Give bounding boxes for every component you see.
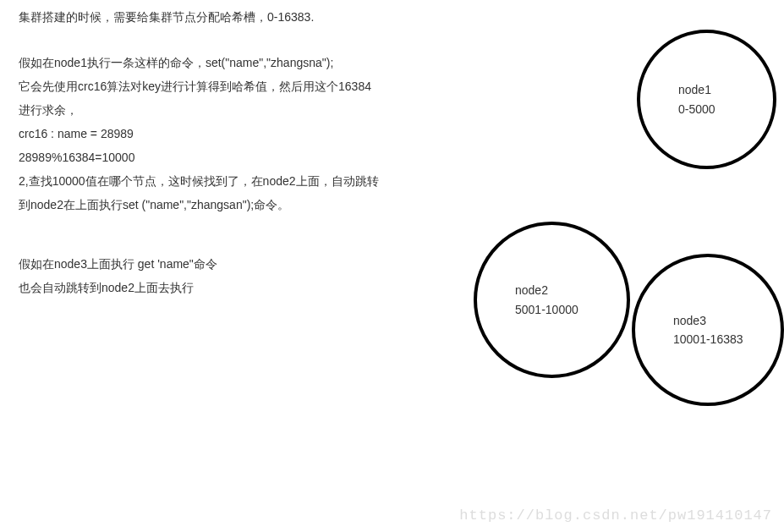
text-line: crc16 : name = 28989 <box>19 122 379 145</box>
text-line: 进行求余， <box>19 98 379 122</box>
intro-text-block: 集群搭建的时候，需要给集群节点分配哈希槽，0-16383. <box>19 5 314 29</box>
node1-range: 0-5000 <box>678 100 773 118</box>
text-line: 集群搭建的时候，需要给集群节点分配哈希槽，0-16383. <box>19 5 314 29</box>
node2-name: node2 <box>515 281 627 299</box>
second-example-text-block: 假如在node3上面执行 get 'name"命令 也会自动跳转到node2上面… <box>19 252 217 299</box>
node2-range: 5001-10000 <box>515 300 627 319</box>
node1-name: node1 <box>678 80 773 99</box>
text-line: 2,查找10000值在哪个节点，这时候找到了，在node2上面，自动跳转 <box>19 169 379 193</box>
node2-circle: node2 5001-10000 <box>474 222 630 378</box>
node3-name: node3 <box>673 311 781 330</box>
text-line: 它会先使用crc16算法对key进行计算得到哈希值，然后用这个16384 <box>19 74 379 98</box>
node3-circle: node3 10001-16383 <box>632 254 784 406</box>
node3-range: 10001-16383 <box>673 330 781 348</box>
explanation-text-block: 假如在node1执行一条这样的命令，set("name","zhangsna")… <box>19 51 379 217</box>
text-line: 也会自动跳转到node2上面去执行 <box>19 276 217 299</box>
text-line: 28989%16384=10000 <box>19 145 379 169</box>
text-line: 假如在node3上面执行 get 'name"命令 <box>19 252 217 276</box>
text-line: 到node2在上面执行set ("name","zhangsan");命令。 <box>19 193 379 217</box>
text-line: 假如在node1执行一条这样的命令，set("name","zhangsna")… <box>19 51 379 74</box>
node1-circle: node1 0-5000 <box>637 30 776 169</box>
watermark-text: https://blog.csdn.net/pw191410147 <box>459 507 772 524</box>
